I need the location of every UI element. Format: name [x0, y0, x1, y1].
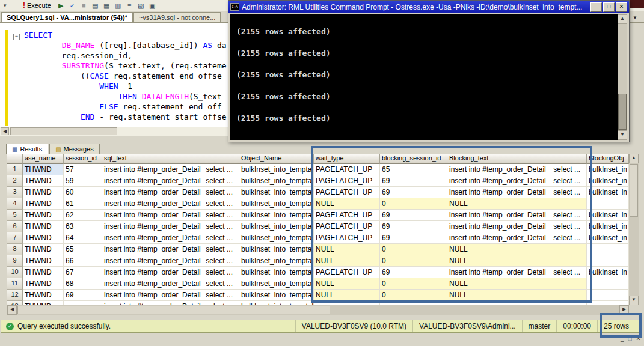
cell-object-name[interactable]: bulkInset_into_temptabl	[239, 301, 314, 305]
cell-session-id[interactable]: 69	[64, 290, 102, 301]
cell-blocking-text[interactable]: insert into #temp_order_Detailselect ...	[447, 210, 587, 221]
cell-sql-text[interactable]: insert into #temp_order_Detailselect ...	[102, 210, 239, 221]
scroll-down-icon[interactable]: ▼	[629, 296, 639, 305]
close-button[interactable]: ✕	[616, 2, 627, 12]
cell-wait-type[interactable]: PAGELATCH_UP	[314, 232, 380, 244]
cell-blocking-text[interactable]: NULL	[447, 244, 587, 255]
cell-object-name[interactable]: bulkInset_into_temptabl	[239, 210, 314, 221]
cell-sql-text[interactable]: insert into #temp_order_Detailselect ...	[102, 301, 239, 305]
row-number[interactable]: 4	[7, 198, 23, 210]
cell-object-name[interactable]: bulkInset_into_temptabl	[239, 255, 314, 267]
tab-vs31a9[interactable]: ~vs31A9.sql - not conne...	[133, 12, 221, 22]
cell-session-id[interactable]: 64	[64, 232, 102, 244]
document-list-dropdown-icon[interactable]: ▼	[633, 15, 637, 20]
cell-blocking-text[interactable]: insert into #temp_order_Detailselect ...	[447, 221, 587, 232]
cell-database-name[interactable]: THWND	[23, 187, 64, 198]
cell-blocking-text[interactable]: NULL	[447, 290, 587, 301]
cell-sql-text[interactable]: insert into #temp_order_Detailselect ...	[102, 198, 239, 210]
column-header[interactable]: Blocking_text	[447, 154, 587, 164]
cell-blocking-object[interactable]	[587, 301, 629, 305]
row-number[interactable]: 2	[7, 175, 23, 187]
cell-blocking-text[interactable]: NULL	[447, 278, 587, 290]
cell-blocking-object[interactable]	[587, 198, 629, 210]
cell-database-name[interactable]: THWND	[23, 290, 64, 301]
results-to-file-icon[interactable]: ▥	[112, 2, 124, 10]
cell-blocking-object[interactable]: bulkInset_in	[587, 187, 629, 198]
indent-icon[interactable]: ▧	[135, 2, 147, 10]
row-number[interactable]: 12	[7, 290, 23, 301]
cell-blocking-text[interactable]: insert into #temp_order_Detailselect ...	[447, 187, 587, 198]
scroll-right-icon[interactable]: ▶	[619, 305, 629, 315]
results-to-grid-icon[interactable]: ▦	[101, 2, 112, 10]
cell-wait-type[interactable]: NULL	[314, 244, 380, 255]
cell-blocking-text[interactable]: insert into #temp_order_Detailselect ...	[447, 164, 587, 175]
cell-session-id[interactable]	[64, 301, 102, 305]
scroll-down-icon[interactable]: ▼	[618, 130, 627, 140]
cell-session-id[interactable]: 65	[64, 244, 102, 255]
cell-blocking-object[interactable]	[587, 290, 629, 301]
scroll-left-icon[interactable]: ◀	[7, 305, 17, 315]
cell-object-name[interactable]: bulkInset_into_temptabl	[239, 244, 314, 255]
cell-wait-type[interactable]: PAGELATCH_UP	[314, 221, 380, 232]
cell-object-name[interactable]: bulkInset_into_temptabl	[239, 187, 314, 198]
cell-object-name[interactable]: bulkInset_into_temptabl	[239, 290, 314, 301]
cell-object-name[interactable]: bulkInset_into_temptabl	[239, 198, 314, 210]
cell-blocking-object[interactable]: bulkInset_in	[587, 221, 629, 232]
cell-session-id[interactable]: 61	[64, 198, 102, 210]
cell-blocking-session-id[interactable]: 69	[380, 221, 447, 232]
tab-messages[interactable]: ▤ Messages	[49, 144, 100, 154]
child-close-icon[interactable]: ✕	[636, 335, 641, 342]
cell-database-name[interactable]: THWND	[23, 301, 64, 305]
cell-blocking-text[interactable]: insert into #temp_order_Detailselect ...	[447, 267, 587, 278]
scroll-up-icon[interactable]: ▲	[629, 154, 639, 163]
cell-session-id[interactable]: 68	[64, 278, 102, 290]
cell-blocking-text[interactable]: NULL	[447, 255, 587, 267]
cell-session-id[interactable]: 62	[64, 210, 102, 221]
grid-vscroll-thumb[interactable]	[630, 164, 638, 217]
command-prompt-title-bar[interactable]: C:\ Administrator: RML Utilities Command…	[228, 1, 629, 13]
cell-blocking-session-id[interactable]: 69	[380, 187, 447, 198]
maximize-button[interactable]: □	[603, 2, 615, 12]
cancel-query-icon[interactable]: ■	[78, 2, 90, 9]
cell-object-name[interactable]: bulkInset_into_temptabl	[239, 175, 314, 187]
cell-wait-type[interactable]: NULL	[314, 290, 380, 301]
row-number[interactable]: 8	[7, 244, 23, 255]
cell-blocking-object[interactable]: bulkInset_in	[587, 175, 629, 187]
cell-session-id[interactable]: 59	[64, 175, 102, 187]
row-number[interactable]: 9	[7, 255, 23, 267]
column-header[interactable]: Object_Name	[239, 154, 314, 164]
cell-blocking-text[interactable]: NULL	[447, 198, 587, 210]
cell-blocking-object[interactable]	[587, 244, 629, 255]
cell-blocking-session-id[interactable]: 0	[380, 290, 447, 301]
cell-blocking-session-id[interactable]: 69	[380, 232, 447, 244]
cell-database-name[interactable]: THWND	[23, 255, 64, 267]
cell-database-name[interactable]: THWND	[23, 278, 64, 290]
cell-object-name[interactable]: bulkInset_into_temptabl	[239, 278, 314, 290]
row-number[interactable]: 1	[7, 164, 23, 175]
cell-sql-text[interactable]: insert into #temp_order_Detailselect ...	[102, 278, 239, 290]
cell-blocking-object[interactable]: bulkInset_in	[587, 210, 629, 221]
cell-blocking-session-id[interactable]: 0	[380, 278, 447, 290]
cell-sql-text[interactable]: insert into #temp_order_Detailselect ...	[102, 232, 239, 244]
column-header[interactable]: session_id	[64, 154, 102, 164]
grid-horizontal-scrollbar[interactable]: ◀ ▶	[7, 305, 629, 315]
parse-query-icon[interactable]: ✓	[67, 2, 78, 10]
column-header[interactable]: BlockingObj	[587, 154, 629, 164]
column-header[interactable]: ase_name	[23, 154, 64, 164]
cell-blocking-object[interactable]	[587, 278, 629, 290]
cell-database-name[interactable]: THWND	[23, 267, 64, 278]
grid-vertical-scrollbar[interactable]: ▲ ▼	[629, 154, 639, 305]
command-prompt-window[interactable]: C:\ Administrator: RML Utilities Command…	[228, 0, 630, 142]
row-number[interactable]: 5	[7, 210, 23, 221]
cell-session-id[interactable]: 60	[64, 187, 102, 198]
cell-sql-text[interactable]: insert into #temp_order_Detailselect ...	[102, 244, 239, 255]
minimize-button[interactable]: ─	[590, 2, 602, 12]
debug-play-icon[interactable]: ▶	[55, 2, 67, 10]
cell-wait-type[interactable]: NULL	[314, 278, 380, 290]
column-header[interactable]: sql_text	[102, 154, 239, 164]
row-number[interactable]: 3	[7, 187, 23, 198]
display-estimated-plan-icon[interactable]: ▣	[147, 2, 158, 10]
tab-sqlquery1[interactable]: SQLQuery1.sql - VA...ministrator (54))*	[1, 12, 133, 22]
cell-object-name[interactable]: bulkInset_into_temptabl	[239, 232, 314, 244]
cell-wait-type[interactable]: PAGELATCH_UP	[314, 267, 380, 278]
